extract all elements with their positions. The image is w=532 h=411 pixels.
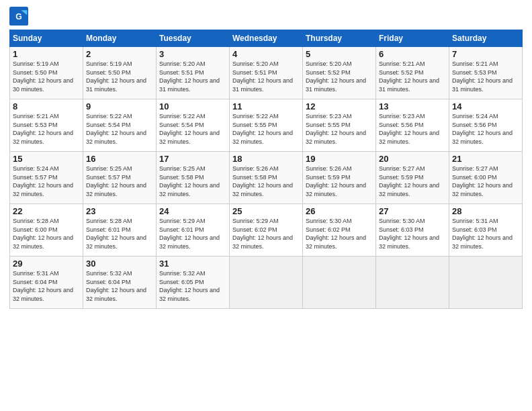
weekday-header: Tuesday bbox=[157, 30, 230, 47]
calendar-day-cell: 30 Sunrise: 5:32 AM Sunset: 6:04 PM Dayl… bbox=[83, 257, 157, 309]
day-info: Sunrise: 5:31 AM Sunset: 6:03 PM Dayligh… bbox=[452, 217, 519, 250]
day-info: Sunrise: 5:27 AM Sunset: 5:59 PM Dayligh… bbox=[379, 165, 446, 198]
calendar-day-cell: 5 Sunrise: 5:20 AM Sunset: 5:52 PM Dayli… bbox=[303, 47, 376, 99]
day-number: 23 bbox=[86, 206, 153, 216]
day-number: 9 bbox=[86, 101, 153, 111]
day-number: 4 bbox=[232, 49, 300, 59]
day-number: 29 bbox=[13, 259, 80, 269]
day-info: Sunrise: 5:24 AM Sunset: 5:56 PM Dayligh… bbox=[452, 112, 519, 146]
calendar-day-cell: 18 Sunrise: 5:26 AM Sunset: 5:58 PM Dayl… bbox=[230, 152, 303, 204]
day-info: Sunrise: 5:21 AM Sunset: 5:53 PM Dayligh… bbox=[13, 112, 80, 146]
calendar-day-cell: 15 Sunrise: 5:24 AM Sunset: 5:57 PM Dayl… bbox=[10, 152, 83, 204]
day-info: Sunrise: 5:28 AM Sunset: 6:00 PM Dayligh… bbox=[13, 217, 80, 250]
weekday-header: Sunday bbox=[10, 30, 83, 47]
day-info: Sunrise: 5:19 AM Sunset: 5:50 PM Dayligh… bbox=[86, 60, 153, 93]
calendar-week-row: 22 Sunrise: 5:28 AM Sunset: 6:00 PM Dayl… bbox=[10, 204, 523, 257]
calendar-day-cell: 12 Sunrise: 5:23 AM Sunset: 5:55 PM Dayl… bbox=[303, 99, 376, 152]
day-number: 16 bbox=[86, 154, 153, 164]
day-info: Sunrise: 5:28 AM Sunset: 6:01 PM Dayligh… bbox=[86, 217, 153, 250]
day-info: Sunrise: 5:26 AM Sunset: 5:59 PM Dayligh… bbox=[306, 165, 373, 198]
header: G bbox=[9, 7, 523, 26]
weekday-header: Friday bbox=[376, 30, 449, 47]
weekday-header: Monday bbox=[83, 30, 157, 47]
calendar-week-row: 8 Sunrise: 5:21 AM Sunset: 5:53 PM Dayli… bbox=[10, 99, 523, 152]
day-number: 28 bbox=[452, 206, 519, 216]
calendar-week-row: 29 Sunrise: 5:31 AM Sunset: 6:04 PM Dayl… bbox=[10, 257, 523, 309]
calendar-day-cell: 8 Sunrise: 5:21 AM Sunset: 5:53 PM Dayli… bbox=[10, 99, 83, 152]
day-info: Sunrise: 5:25 AM Sunset: 5:58 PM Dayligh… bbox=[159, 165, 226, 198]
weekday-header: Wednesday bbox=[230, 30, 303, 47]
calendar-day-cell: 29 Sunrise: 5:31 AM Sunset: 6:04 PM Dayl… bbox=[10, 257, 83, 309]
day-number: 10 bbox=[159, 101, 226, 111]
day-number: 18 bbox=[232, 154, 300, 164]
weekday-header: Thursday bbox=[303, 30, 376, 47]
day-number: 30 bbox=[86, 259, 153, 269]
day-number: 11 bbox=[232, 101, 300, 111]
day-info: Sunrise: 5:21 AM Sunset: 5:53 PM Dayligh… bbox=[452, 60, 519, 93]
calendar-day-cell: 16 Sunrise: 5:25 AM Sunset: 5:57 PM Dayl… bbox=[83, 152, 157, 204]
day-info: Sunrise: 5:23 AM Sunset: 5:55 PM Dayligh… bbox=[306, 112, 373, 146]
calendar-day-cell: 11 Sunrise: 5:22 AM Sunset: 5:55 PM Dayl… bbox=[230, 99, 303, 152]
calendar-day-cell: 13 Sunrise: 5:23 AM Sunset: 5:56 PM Dayl… bbox=[376, 99, 449, 152]
calendar-day-cell: 28 Sunrise: 5:31 AM Sunset: 6:03 PM Dayl… bbox=[449, 204, 523, 257]
day-number: 27 bbox=[379, 206, 446, 216]
day-number: 21 bbox=[452, 154, 519, 164]
day-info: Sunrise: 5:30 AM Sunset: 6:02 PM Dayligh… bbox=[306, 217, 373, 250]
calendar-week-row: 1 Sunrise: 5:19 AM Sunset: 5:50 PM Dayli… bbox=[10, 47, 523, 99]
calendar-day-cell bbox=[303, 257, 376, 309]
calendar-day-cell: 19 Sunrise: 5:26 AM Sunset: 5:59 PM Dayl… bbox=[303, 152, 376, 204]
calendar-week-row: 15 Sunrise: 5:24 AM Sunset: 5:57 PM Dayl… bbox=[10, 152, 523, 204]
day-number: 2 bbox=[86, 49, 153, 59]
day-info: Sunrise: 5:29 AM Sunset: 6:01 PM Dayligh… bbox=[159, 217, 226, 250]
day-number: 1 bbox=[13, 49, 80, 59]
day-info: Sunrise: 5:30 AM Sunset: 6:03 PM Dayligh… bbox=[379, 217, 446, 250]
day-number: 26 bbox=[306, 206, 373, 216]
day-info: Sunrise: 5:22 AM Sunset: 5:55 PM Dayligh… bbox=[232, 112, 300, 146]
day-info: Sunrise: 5:31 AM Sunset: 6:04 PM Dayligh… bbox=[13, 269, 80, 303]
day-info: Sunrise: 5:26 AM Sunset: 5:58 PM Dayligh… bbox=[232, 165, 300, 198]
calendar-day-cell: 20 Sunrise: 5:27 AM Sunset: 5:59 PM Dayl… bbox=[376, 152, 449, 204]
calendar-day-cell: 25 Sunrise: 5:29 AM Sunset: 6:02 PM Dayl… bbox=[230, 204, 303, 257]
day-number: 17 bbox=[159, 154, 226, 164]
day-number: 7 bbox=[452, 49, 519, 59]
calendar-day-cell bbox=[449, 257, 523, 309]
day-number: 31 bbox=[159, 259, 226, 269]
day-info: Sunrise: 5:22 AM Sunset: 5:54 PM Dayligh… bbox=[86, 112, 153, 146]
day-number: 5 bbox=[306, 49, 373, 59]
day-info: Sunrise: 5:32 AM Sunset: 6:04 PM Dayligh… bbox=[86, 269, 153, 303]
calendar-table: SundayMondayTuesdayWednesdayThursdayFrid… bbox=[9, 30, 523, 309]
day-number: 14 bbox=[452, 101, 519, 111]
day-info: Sunrise: 5:27 AM Sunset: 6:00 PM Dayligh… bbox=[452, 165, 519, 198]
calendar-day-cell: 17 Sunrise: 5:25 AM Sunset: 5:58 PM Dayl… bbox=[157, 152, 230, 204]
calendar-day-cell: 24 Sunrise: 5:29 AM Sunset: 6:01 PM Dayl… bbox=[157, 204, 230, 257]
day-info: Sunrise: 5:23 AM Sunset: 5:56 PM Dayligh… bbox=[379, 112, 446, 146]
day-info: Sunrise: 5:20 AM Sunset: 5:51 PM Dayligh… bbox=[159, 60, 226, 93]
logo-icon: G bbox=[9, 7, 28, 26]
calendar-day-cell: 2 Sunrise: 5:19 AM Sunset: 5:50 PM Dayli… bbox=[83, 47, 157, 99]
day-info: Sunrise: 5:19 AM Sunset: 5:50 PM Dayligh… bbox=[13, 60, 80, 93]
logo: G bbox=[9, 7, 30, 26]
day-number: 25 bbox=[232, 206, 300, 216]
calendar-day-cell: 7 Sunrise: 5:21 AM Sunset: 5:53 PM Dayli… bbox=[449, 47, 523, 99]
day-info: Sunrise: 5:29 AM Sunset: 6:02 PM Dayligh… bbox=[232, 217, 300, 250]
weekday-header: Saturday bbox=[449, 30, 523, 47]
day-info: Sunrise: 5:25 AM Sunset: 5:57 PM Dayligh… bbox=[86, 165, 153, 198]
calendar-header-row: SundayMondayTuesdayWednesdayThursdayFrid… bbox=[10, 30, 523, 47]
day-info: Sunrise: 5:24 AM Sunset: 5:57 PM Dayligh… bbox=[13, 165, 80, 198]
calendar-day-cell: 23 Sunrise: 5:28 AM Sunset: 6:01 PM Dayl… bbox=[83, 204, 157, 257]
calendar-day-cell: 9 Sunrise: 5:22 AM Sunset: 5:54 PM Dayli… bbox=[83, 99, 157, 152]
svg-text:G: G bbox=[15, 12, 22, 21]
calendar-day-cell: 4 Sunrise: 5:20 AM Sunset: 5:51 PM Dayli… bbox=[230, 47, 303, 99]
calendar-day-cell: 1 Sunrise: 5:19 AM Sunset: 5:50 PM Dayli… bbox=[10, 47, 83, 99]
day-number: 22 bbox=[13, 206, 80, 216]
calendar-container: G SundayMondayTuesdayWednesdayThursdayFr… bbox=[0, 0, 532, 316]
calendar-day-cell: 3 Sunrise: 5:20 AM Sunset: 5:51 PM Dayli… bbox=[157, 47, 230, 99]
calendar-day-cell: 14 Sunrise: 5:24 AM Sunset: 5:56 PM Dayl… bbox=[449, 99, 523, 152]
calendar-day-cell: 10 Sunrise: 5:22 AM Sunset: 5:54 PM Dayl… bbox=[157, 99, 230, 152]
calendar-day-cell: 22 Sunrise: 5:28 AM Sunset: 6:00 PM Dayl… bbox=[10, 204, 83, 257]
day-number: 19 bbox=[306, 154, 373, 164]
day-number: 15 bbox=[13, 154, 80, 164]
day-number: 6 bbox=[379, 49, 446, 59]
day-number: 20 bbox=[379, 154, 446, 164]
day-info: Sunrise: 5:22 AM Sunset: 5:54 PM Dayligh… bbox=[159, 112, 226, 146]
